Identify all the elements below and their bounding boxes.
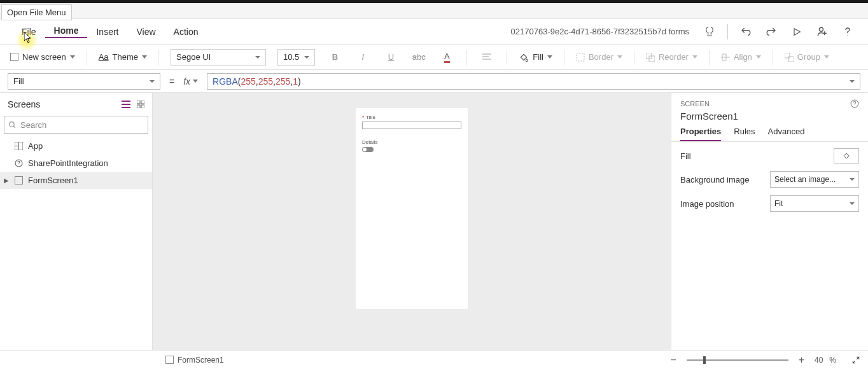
canvas[interactable]: *Title Details [153, 93, 671, 350]
fx-icon[interactable]: fx [183, 76, 198, 87]
form-preview[interactable]: *Title Details [356, 108, 468, 309]
prop-image-position: Image position Fit [680, 195, 859, 212]
chevron-right-icon[interactable]: ▶ [4, 177, 9, 184]
fill-label: Fill [533, 52, 543, 62]
expand-icon[interactable] [851, 356, 860, 365]
panel-header: Screens [0, 93, 152, 116]
image-position-select[interactable]: Fit [770, 195, 859, 212]
group-label: Group [797, 52, 820, 62]
equals-sign: = [169, 76, 174, 87]
font-select[interactable]: Segoe UI [171, 49, 266, 66]
reorder-icon [646, 53, 655, 62]
app-icon [14, 142, 23, 151]
redo-icon[interactable] [764, 24, 779, 39]
zoom-out-button[interactable]: − [666, 354, 680, 366]
grid-view-icon[interactable] [137, 101, 144, 108]
fill-button[interactable]: Fill [519, 52, 552, 62]
separator [87, 50, 87, 65]
screen-icon [10, 53, 18, 61]
menu-file[interactable]: File [13, 27, 45, 37]
help-icon[interactable] [840, 24, 855, 39]
border-label: Border [589, 52, 613, 62]
new-screen-button[interactable]: New screen [10, 52, 75, 62]
menu-home[interactable]: Home [45, 25, 88, 38]
menu-bar: File Home Insert View Action 02170763-9e… [0, 19, 868, 45]
svg-rect-4 [577, 53, 584, 61]
tree-item-sharepoint[interactable]: SharePointIntegration [0, 155, 152, 172]
help-icon[interactable] [850, 99, 859, 108]
zoom-slider[interactable] [687, 359, 788, 361]
tree-label: SharePointIntegration [28, 158, 108, 168]
undo-icon[interactable] [738, 24, 753, 39]
separator [773, 50, 773, 65]
group-icon [785, 53, 794, 62]
chevron-down-icon [70, 55, 75, 59]
chevron-down-icon [692, 55, 697, 59]
tree-item-app[interactable]: App [0, 137, 152, 155]
right-tabs: Properties Rules Advanced [671, 127, 868, 142]
search-placeholder: Search [20, 120, 46, 130]
screen-name: FormScreen1 [671, 111, 868, 127]
screen-icon [14, 176, 23, 185]
property-select: Fill [8, 73, 160, 90]
chevron-down-icon [756, 55, 761, 59]
align-button[interactable]: Align [721, 52, 761, 62]
title-field-input[interactable] [362, 122, 461, 129]
prop-label: Fill [680, 151, 691, 161]
font-size-value: 10.5 [283, 52, 299, 62]
group-button[interactable]: Group [785, 52, 829, 62]
tab-advanced[interactable]: Advanced [768, 127, 805, 141]
align-icon [721, 53, 730, 62]
file-menu-tooltip: Open File Menu [1, 4, 72, 20]
separator [709, 50, 710, 65]
font-value: Segoe UI [176, 52, 211, 62]
tab-rules[interactable]: Rules [734, 127, 755, 141]
details-toggle[interactable] [362, 147, 374, 152]
theme-button[interactable]: Aa Theme [99, 52, 147, 62]
share-icon[interactable] [815, 24, 830, 39]
type-label: SCREEN [680, 100, 710, 108]
separator [466, 50, 467, 65]
svg-line-19 [13, 126, 15, 128]
tree-item-formscreen[interactable]: ▶ FormScreen1 [0, 172, 152, 189]
strikethrough-button[interactable]: abc [410, 49, 427, 66]
tree-label: FormScreen1 [28, 176, 78, 185]
svg-point-0 [820, 27, 823, 31]
panel-title: Screens [8, 99, 40, 109]
bg-image-select[interactable]: Select an image... [770, 171, 859, 188]
search-input[interactable]: Search [4, 116, 148, 134]
chevron-down-icon [547, 55, 552, 59]
menu-action[interactable]: Action [165, 27, 207, 37]
bold-button[interactable]: B [326, 49, 343, 66]
formula-input[interactable]: RGBA(255, 255, 255, 1) [207, 73, 860, 90]
fill-color-swatch[interactable] [834, 148, 859, 164]
zoom-value: 40 [815, 356, 823, 365]
font-size-select[interactable]: 10.5 [277, 49, 315, 66]
separator [158, 50, 159, 65]
form-guid: 02170763-9e2c-4d71-8656-7f3232515b7d for… [511, 27, 689, 36]
property-value: Fill [13, 76, 24, 86]
app-header: arePoint [0, 3, 868, 19]
chevron-down-icon [824, 55, 829, 59]
new-screen-label: New screen [22, 52, 66, 62]
border-button[interactable]: Border [576, 52, 622, 62]
chevron-down-icon [142, 55, 147, 59]
checker-icon[interactable] [702, 24, 717, 39]
list-view-icon[interactable] [122, 101, 130, 108]
chevron-down-icon [193, 80, 198, 83]
align-text-button[interactable] [479, 49, 495, 66]
font-color-button[interactable]: A [438, 49, 455, 66]
reorder-label: Reorder [659, 52, 689, 62]
italic-button[interactable]: I [354, 49, 371, 66]
prop-fill: Fill [680, 148, 859, 164]
zoom-in-button[interactable]: + [795, 354, 808, 366]
play-icon[interactable] [789, 24, 804, 39]
reorder-button[interactable]: Reorder [646, 52, 697, 62]
menu-insert[interactable]: Insert [87, 27, 127, 37]
screen-icon [165, 356, 174, 364]
menu-view[interactable]: View [127, 27, 164, 37]
svg-rect-9 [785, 53, 790, 58]
tab-properties[interactable]: Properties [680, 127, 721, 141]
underline-button[interactable]: U [382, 49, 399, 66]
prop-label: Background image [680, 175, 749, 184]
